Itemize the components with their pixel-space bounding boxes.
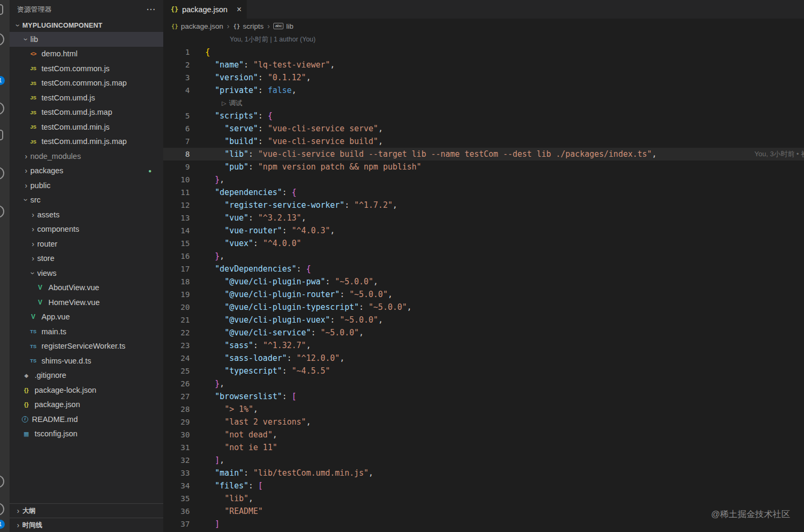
file-testCom.umd.js[interactable]: JStestCom.umd.js: [10, 90, 163, 105]
code-line-24[interactable]: 24 "sass-loader": "^12.0.0",: [163, 352, 804, 365]
code-line-6[interactable]: 6 "serve": "vue-cli-service serve",: [163, 122, 804, 135]
play-icon[interactable]: ▷: [222, 100, 226, 106]
code-line-18[interactable]: 18 "@vue/cli-plugin-pwa": "~5.0.0",: [163, 275, 804, 288]
chevron-right-icon[interactable]: ›: [22, 166, 30, 175]
file-registerServiceWorker.ts[interactable]: TSregisterServiceWorker.ts: [10, 339, 163, 354]
file-tsconfig.json[interactable]: ▦tsconfig.json: [10, 427, 163, 442]
chevron-right-icon[interactable]: ›: [22, 152, 30, 161]
file-App.vue[interactable]: VApp.vue: [10, 310, 163, 325]
code-line-36[interactable]: 36 "README": [163, 505, 804, 518]
folder-assets[interactable]: ›assets: [10, 207, 163, 222]
code-line-15[interactable]: 15 "vuex": "^4.0.0": [163, 237, 804, 250]
code-line-25[interactable]: 25 "typescript": "~4.5.5": [163, 365, 804, 377]
code-line-19[interactable]: 19 "@vue/cli-plugin-router": "~5.0.0",: [163, 288, 804, 301]
code-line-11[interactable]: 11 "dependencies": {: [163, 186, 804, 199]
code-line-29[interactable]: 29 "last 2 versions",: [163, 416, 804, 428]
code-line-16[interactable]: 16 },: [163, 250, 804, 263]
activity-bar-icon[interactable]: [0, 503, 4, 516]
project-root-row[interactable]: › MYPLUGINCOMPONENT: [10, 19, 163, 32]
code-line-1[interactable]: 1{: [163, 46, 804, 58]
folder-lib[interactable]: ›lib: [10, 32, 163, 47]
code-line-3[interactable]: 3 "version": "0.1.12",: [163, 71, 804, 84]
chevron-right-icon[interactable]: ›: [29, 225, 37, 233]
code-line-13[interactable]: 13 "vue": "^3.2.13",: [163, 212, 804, 224]
code-line-9[interactable]: 9 "pub": "npm version patch && npm publi…: [163, 161, 804, 173]
code-line-33[interactable]: 33 "main": "lib/testCom.umd.min.js",: [163, 467, 804, 479]
code-line-28[interactable]: 28 "> 1%",: [163, 403, 804, 416]
file-testCom.common.js[interactable]: JStestCom.common.js: [10, 61, 163, 76]
code-line-17[interactable]: 17 "devDependencies": {: [163, 263, 804, 275]
code-editor[interactable]: You, 1小时前 | 1 author (You) 1{2 "name": "…: [163, 33, 804, 532]
code-line-14[interactable]: 14 "vue-router": "^4.0.3",: [163, 224, 804, 237]
file-.gitignore[interactable]: ◆.gitignore: [10, 368, 163, 383]
chevron-down-icon[interactable]: ›: [14, 21, 22, 30]
file-README.md[interactable]: iREADME.md: [10, 412, 163, 427]
folder-packages[interactable]: ›packages●: [10, 164, 163, 179]
file-demo.html[interactable]: <>demo.html: [10, 47, 163, 62]
file-AboutView.vue[interactable]: VAboutView.vue: [10, 281, 163, 295]
file-testCom.umd.js.map[interactable]: JStestCom.umd.js.map: [10, 105, 163, 120]
code-line-4[interactable]: 4 "private": false,: [163, 84, 804, 97]
activity-bar-icon[interactable]: [0, 475, 4, 488]
chevron-right-icon[interactable]: ›: [14, 506, 22, 515]
file-testCom.umd.min.js[interactable]: JStestCom.umd.min.js: [10, 120, 163, 134]
vue-file-icon: V: [29, 313, 38, 320]
activity-bar-icon[interactable]: [0, 205, 4, 218]
activity-bar-icon[interactable]: [0, 4, 3, 15]
code-line-31[interactable]: 31 "not ie 11": [163, 441, 804, 454]
activity-bar-icon[interactable]: [0, 102, 4, 115]
activity-bar-icon[interactable]: [0, 33, 4, 46]
code-line-12[interactable]: 12 "register-service-worker": "^1.7.2",: [163, 199, 804, 212]
file-shims-vue.d.ts[interactable]: TSshims-vue.d.ts: [10, 353, 163, 368]
folder-components[interactable]: ›components: [10, 222, 163, 237]
close-icon[interactable]: ×: [237, 5, 241, 14]
code-line-21[interactable]: 21 "@vue/cli-plugin-vuex": "~5.0.0",: [163, 314, 804, 326]
breadcrumb-item-lib[interactable]: abclib: [273, 22, 293, 30]
outline-panel-header[interactable]: › 大纲: [10, 503, 163, 518]
file-testCom.umd.min.js.map[interactable]: JStestCom.umd.min.js.map: [10, 134, 163, 149]
breadcrumb-item-scripts[interactable]: {}scripts: [233, 22, 263, 30]
code-line-32[interactable]: 32 ],: [163, 454, 804, 467]
activity-bar-icon[interactable]: [0, 130, 3, 140]
file-package-lock.json[interactable]: {}package-lock.json: [10, 383, 163, 398]
chevron-right-icon[interactable]: ›: [29, 254, 37, 263]
more-actions-icon[interactable]: ⋯: [146, 4, 156, 15]
tab-package-json[interactable]: {} package.json ×: [163, 0, 247, 19]
code-line-2[interactable]: 2 "name": "lq-test-viewer",: [163, 58, 804, 71]
code-line-5[interactable]: 5 "scripts": {: [163, 109, 804, 122]
chevron-right-icon[interactable]: ›: [14, 521, 22, 529]
code-line-23[interactable]: 23 "sass": "^1.32.7",: [163, 339, 804, 352]
code-line-8[interactable]: 8 "lib": "vue-cli-service build --target…: [163, 148, 804, 161]
folder-store[interactable]: ›store: [10, 251, 163, 266]
folder-views[interactable]: ›views: [10, 266, 163, 281]
activity-bar-icon[interactable]: [0, 167, 4, 180]
code-line-20[interactable]: 20 "@vue/cli-plugin-typescript": "~5.0.0…: [163, 301, 804, 314]
code-line-7[interactable]: 7 "build": "vue-cli-service build",: [163, 135, 804, 148]
code-line-30[interactable]: 30 "not dead",: [163, 428, 804, 441]
folder-src[interactable]: ›src: [10, 193, 163, 208]
code-line-37[interactable]: 37 ]: [163, 518, 804, 530]
code-line-35[interactable]: 35 "lib",: [163, 492, 804, 505]
breadcrumb-item-package.json[interactable]: {}package.json: [171, 22, 223, 30]
code-line-34[interactable]: 34 "files": [: [163, 479, 804, 492]
folder-router[interactable]: ›router: [10, 237, 163, 251]
file-main.ts[interactable]: TSmain.ts: [10, 324, 163, 339]
code-line-22[interactable]: 22 "@vue/cli-service": "~5.0.0",: [163, 326, 804, 339]
chevron-down-icon[interactable]: ›: [29, 269, 37, 277]
chevron-right-icon[interactable]: ›: [29, 210, 37, 219]
chevron-down-icon[interactable]: ›: [22, 35, 30, 44]
folder-public[interactable]: ›public: [10, 178, 163, 193]
chevron-right-icon[interactable]: ›: [29, 240, 37, 248]
code-line-10[interactable]: 10 },: [163, 173, 804, 186]
file-HomeView.vue[interactable]: VHomeView.vue: [10, 295, 163, 310]
code-line-26[interactable]: 26 },: [163, 377, 804, 390]
file-testCom.common.js.map[interactable]: JStestCom.common.js.map: [10, 76, 163, 91]
chevron-down-icon[interactable]: ›: [22, 196, 30, 204]
chevron-right-icon[interactable]: ›: [22, 181, 30, 190]
line-content: "devDependencies": {: [205, 264, 311, 274]
timeline-panel-header[interactable]: › 时间线: [10, 518, 163, 532]
code-line-27[interactable]: 27 "browserslist": [: [163, 390, 804, 403]
codelens-debug[interactable]: ▷调试: [163, 97, 804, 109]
file-package.json[interactable]: {}package.json: [10, 398, 163, 412]
folder-node_modules[interactable]: ›node_modules: [10, 149, 163, 164]
